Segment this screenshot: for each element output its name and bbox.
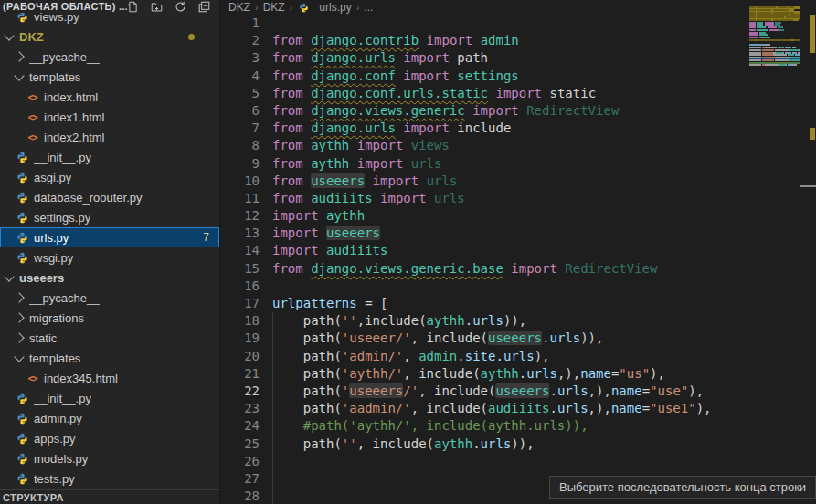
tree-item-templates[interactable]: templates	[0, 348, 219, 368]
tree-item-index2-html[interactable]: <>index2.html	[0, 127, 219, 147]
code-line-18[interactable]: 18 path('',include(aythh.urls)),	[220, 312, 746, 330]
code-line-11[interactable]: 11from audiiits import urls	[220, 190, 746, 207]
tree-item-index345-html[interactable]: <>index345.html	[0, 368, 219, 388]
code-line-21[interactable]: 21 path('aythh/', include(aythh.urls,),n…	[220, 365, 746, 383]
line-number: 9	[220, 155, 260, 173]
tree-item-label: __init__.py	[34, 392, 91, 405]
new-file-icon[interactable]	[127, 1, 139, 13]
tree-item-admin-py[interactable]: admin.py	[0, 408, 219, 428]
code-line-23[interactable]: 23 path('aadmin/', include(audiiits.urls…	[220, 400, 746, 417]
breadcrumb-separator: ›	[255, 2, 259, 13]
tree-item-dkz[interactable]: DKZ	[0, 26, 219, 47]
breadcrumb-item-folder[interactable]: DKZ	[263, 1, 285, 14]
collapse-all-icon[interactable]	[198, 1, 210, 13]
line-number: 25	[220, 436, 260, 453]
line-number: 17	[220, 295, 260, 312]
code-line-26[interactable]: 26	[220, 453, 746, 470]
tree-item-init-py[interactable]: __init__.py	[0, 388, 219, 408]
tree-item-useeers[interactable]: useeers	[0, 268, 219, 288]
python-file-icon	[16, 412, 29, 425]
code-line-8[interactable]: 8from aythh import views	[220, 137, 746, 154]
overview-ruler[interactable]	[800, 0, 816, 504]
line-content: path('admin/', admin.site.urls),	[272, 348, 549, 365]
tree-item-database-roouter-py[interactable]: database_roouter.py	[0, 187, 219, 207]
python-file-icon	[16, 171, 29, 184]
minimap[interactable]	[749, 4, 800, 74]
tree-item-apps-py[interactable]: apps.py	[0, 428, 219, 448]
code-line-24[interactable]: 24 #path('aythh/', include(aythh.urls)),	[220, 417, 746, 435]
tree-item-tests-py[interactable]: tests.py	[0, 468, 219, 488]
code-line-17[interactable]: 17urlpatterns = [	[220, 295, 746, 312]
tree-item-init-py[interactable]: __init__.py	[0, 147, 219, 167]
code-line-7[interactable]: 7from django.urls import include	[220, 120, 746, 137]
tree-item-static[interactable]: static	[0, 328, 219, 348]
file-tree: views.pyDKZ__pycache__templates<>index.h…	[0, 6, 219, 488]
breadcrumb-item-file[interactable]: urls.py	[319, 1, 351, 14]
code-line-25[interactable]: 25 path('', include(aythh.urls)),	[220, 436, 746, 453]
tree-item-index-html[interactable]: <>index.html	[0, 87, 219, 107]
python-file-icon	[297, 1, 311, 15]
explorer-section-header[interactable]: (РАБОЧАЯ ОБЛАСТЬ) ...	[0, 0, 219, 13]
code-editor[interactable]: 12from django.contrib import admin3from …	[220, 15, 746, 504]
new-folder-icon[interactable]	[151, 1, 163, 13]
code-line-16[interactable]: 16	[220, 278, 746, 295]
line-number: 16	[220, 278, 260, 295]
line-number: 15	[220, 260, 260, 278]
line-number: 4	[220, 68, 260, 85]
breadcrumb-item-root[interactable]: DKZ	[228, 1, 250, 14]
code-line-19[interactable]: 19 path('useeer/', include(useeers.urls)…	[220, 330, 746, 347]
ruler-cursor-mark	[800, 185, 816, 187]
line-number: 23	[220, 400, 260, 417]
line-number: 6	[220, 102, 260, 120]
chevron-collapsed-icon	[14, 292, 24, 302]
line-content: path('useeers/', include(useeers.urls,),…	[272, 383, 704, 400]
line-content: #path('aythh/', include(aythh.urls)),	[272, 417, 588, 435]
outline-section-header[interactable]: СТРУКТУРА	[0, 489, 220, 504]
code-line-20[interactable]: 20 path('admin/', admin.site.urls),	[220, 348, 746, 365]
code-line-14[interactable]: 14import audiiits	[220, 242, 746, 259]
code-line-5[interactable]: 5from django.conf.urls.static import sta…	[220, 85, 746, 102]
tree-item-migrations[interactable]: migrations	[0, 308, 219, 328]
tree-item-index1-html[interactable]: <>index1.html	[0, 107, 219, 127]
code-line-13[interactable]: 13import useeers	[220, 225, 746, 242]
line-number: 1	[220, 15, 260, 32]
line-number: 19	[220, 330, 260, 347]
code-line-9[interactable]: 9from aythh import urls	[220, 155, 746, 173]
code-line-2[interactable]: 2from django.contrib import admin	[220, 32, 746, 49]
tree-item-settings-py[interactable]: settings.py	[0, 207, 219, 227]
breadcrumb-item-symbol[interactable]: ...	[364, 1, 373, 14]
tree-item-label: migrations	[29, 311, 84, 325]
code-line-3[interactable]: 3from django.urls import path	[220, 49, 746, 67]
tree-item-templates[interactable]: templates	[0, 67, 219, 87]
python-file-icon	[16, 452, 29, 466]
python-file-icon	[16, 392, 29, 405]
refresh-icon[interactable]	[175, 1, 186, 13]
tree-item-pycache[interactable]: __pycache__	[0, 47, 219, 67]
tree-item-label: tests.py	[34, 472, 75, 486]
line-number: 22	[220, 383, 260, 400]
tree-item-models-py[interactable]: models.py	[0, 448, 219, 468]
line-number: 8	[220, 137, 260, 154]
code-line-12[interactable]: 12import aythh	[220, 207, 746, 225]
python-file-icon	[16, 151, 29, 164]
python-file-icon	[16, 432, 29, 446]
tree-item-asgi-py[interactable]: asgi.py	[0, 167, 219, 187]
tree-item-wsgi-py[interactable]: wsgi.py	[0, 247, 219, 268]
line-content: path('useeer/', include(useeers.urls)),	[272, 330, 603, 347]
tree-item-label: admin.py	[34, 412, 82, 425]
code-line-4[interactable]: 4from django.conf import settings	[220, 68, 746, 85]
tree-item-label: asgi.py	[34, 171, 71, 184]
tree-item-pycache[interactable]: __pycache__	[0, 288, 219, 308]
code-line-15[interactable]: 15from django.views.generic.base import …	[220, 260, 746, 278]
line-content: path('', include(aythh.urls)),	[272, 436, 535, 453]
tree-item-urls-py[interactable]: urls.py7	[0, 227, 219, 247]
code-line-10[interactable]: 10from useeers import urls	[220, 173, 746, 190]
line-content: import audiiits	[272, 242, 387, 259]
line-content: from audiiits import urls	[272, 190, 465, 207]
line-number: 27	[220, 470, 260, 488]
code-line-22[interactable]: 22 path('useeers/', include(useeers.urls…	[220, 383, 746, 400]
line-content: from useeers import urls	[272, 173, 457, 190]
code-line-6[interactable]: 6from django.views.generic import Redire…	[220, 102, 746, 120]
python-file-icon	[16, 251, 29, 265]
code-line-1[interactable]: 1	[220, 15, 746, 32]
